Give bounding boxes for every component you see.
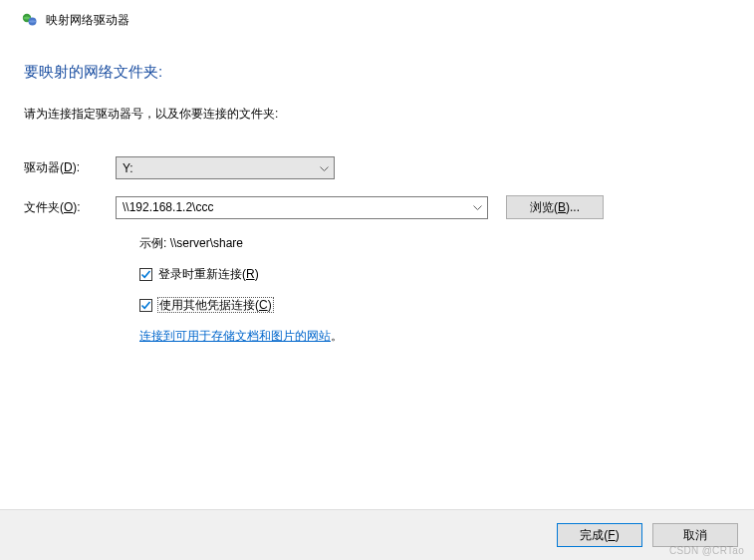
reconnect-checkbox[interactable] bbox=[139, 268, 152, 281]
example-text: 示例: \\server\share bbox=[139, 235, 243, 252]
network-drive-icon bbox=[20, 10, 38, 31]
browse-button[interactable]: 浏览(B)... bbox=[506, 195, 604, 219]
link-row: 连接到可用于存储文档和图片的网站。 bbox=[24, 328, 730, 345]
chevron-down-icon bbox=[320, 161, 329, 175]
other-creds-row: 使用其他凭据连接(C) bbox=[24, 297, 730, 314]
drive-row: 驱动器(D): Y: bbox=[24, 156, 730, 179]
reconnect-label: 登录时重新连接(R) bbox=[158, 266, 259, 283]
folder-label: 文件夹(O): bbox=[24, 199, 116, 216]
folder-row: 文件夹(O): \\192.168.1.2\ccc 浏览(B)... bbox=[24, 195, 730, 219]
content-area: 要映射的网络文件夹: 请为连接指定驱动器号，以及你要连接的文件夹: 驱动器(D)… bbox=[0, 37, 754, 345]
website-link[interactable]: 连接到可用于存储文档和图片的网站 bbox=[139, 328, 331, 345]
reconnect-row: 登录时重新连接(R) bbox=[24, 266, 730, 283]
period: 。 bbox=[331, 328, 343, 345]
example-row: 示例: \\server\share bbox=[24, 235, 730, 252]
page-title: 要映射的网络文件夹: bbox=[24, 63, 730, 82]
chevron-down-icon bbox=[473, 200, 482, 214]
drive-select-value: Y: bbox=[123, 161, 133, 175]
window-title: 映射网络驱动器 bbox=[46, 12, 129, 29]
cancel-button[interactable]: 取消 bbox=[652, 523, 738, 547]
finish-button[interactable]: 完成(F) bbox=[557, 523, 642, 547]
instruction-text: 请为连接指定驱动器号，以及你要连接的文件夹: bbox=[24, 106, 730, 123]
folder-combobox-value: \\192.168.1.2\ccc bbox=[123, 200, 213, 214]
folder-combobox[interactable]: \\192.168.1.2\ccc bbox=[116, 196, 488, 219]
titlebar: 映射网络驱动器 bbox=[0, 0, 754, 37]
drive-select[interactable]: Y: bbox=[116, 156, 335, 179]
footer: 完成(F) 取消 bbox=[0, 510, 754, 560]
drive-label: 驱动器(D): bbox=[24, 159, 116, 176]
other-creds-label: 使用其他凭据连接(C) bbox=[158, 297, 273, 314]
other-creds-checkbox[interactable] bbox=[139, 299, 152, 312]
